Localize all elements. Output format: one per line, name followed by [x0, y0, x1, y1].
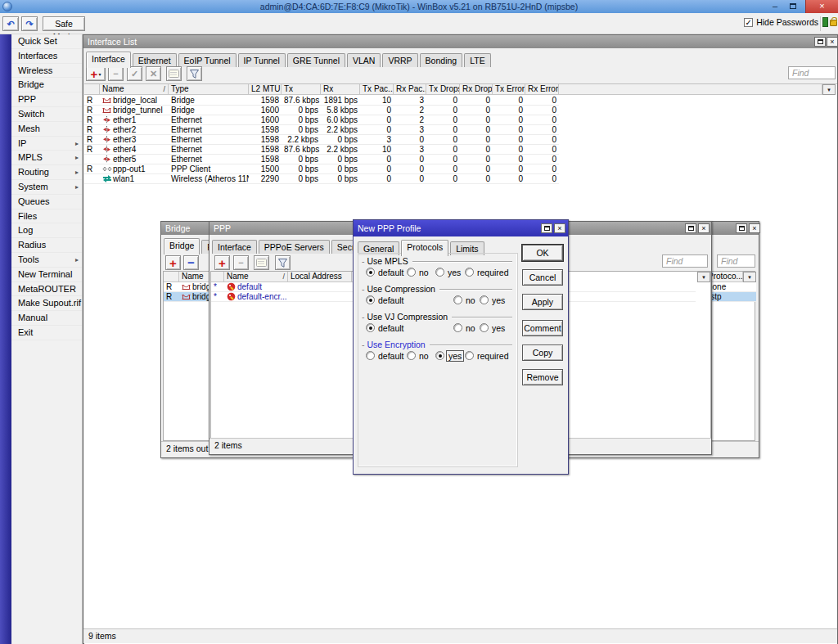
table-row[interactable]: Rbridge_localBridge159887.6 kbps1891 bps…	[84, 96, 559, 106]
column-header-type[interactable]: Type	[169, 84, 249, 95]
local-address-column-header[interactable]: Local Address	[288, 272, 352, 282]
column-select-button[interactable]: ▼	[822, 84, 836, 95]
radio-option-use-vj-compression-yes[interactable]: yes	[480, 322, 505, 333]
redo-button[interactable]: ↷	[21, 16, 38, 31]
maximize-window-button[interactable]	[685, 223, 696, 233]
radio-option-use-encryption-default[interactable]: default	[366, 350, 404, 361]
radio-option-use-mpls-required[interactable]: required	[465, 267, 509, 277]
add-bridge-button[interactable]: +	[165, 255, 181, 270]
radio-option-use-vj-compression-no[interactable]: no	[453, 322, 475, 333]
sidebar-item-make-supout-rif[interactable]: Make Supout.rif	[11, 296, 82, 311]
ok-button[interactable]: OK	[522, 245, 563, 261]
radio-default-icon[interactable]	[366, 323, 375, 332]
flag-column-header[interactable]	[164, 272, 179, 282]
radio-default-icon[interactable]	[366, 268, 375, 277]
sidebar-item-ip[interactable]: IP▸	[11, 137, 82, 151]
find-input[interactable]: Find	[788, 66, 836, 79]
cancel-button[interactable]: Cancel	[522, 269, 563, 286]
tab-ppp-interface[interactable]: Interface	[212, 240, 257, 254]
table-row[interactable]: Rbridge_tunnelBridge16000 bps5.8 kbps020…	[84, 106, 559, 115]
find-input[interactable]: Find	[717, 254, 755, 268]
radio-option-use-mpls-no[interactable]: no	[407, 267, 429, 277]
column-header-rx-errors[interactable]: Rx Errors	[525, 84, 559, 95]
radio-no-icon[interactable]	[407, 351, 416, 360]
sidebar-item-tools[interactable]: Tools▸	[11, 253, 82, 268]
radio-option-use-compression-default[interactable]: default	[366, 295, 404, 305]
sidebar-item-manual[interactable]: Manual	[11, 311, 82, 326]
remove-button[interactable]: Remove	[522, 369, 563, 385]
comment-button[interactable]	[254, 255, 269, 270]
add-profile-button[interactable]: +	[214, 255, 230, 270]
column-select-button[interactable]: ▼	[697, 272, 710, 282]
radio-required-icon[interactable]	[465, 351, 474, 360]
sidebar-item-queues[interactable]: Queues	[11, 195, 82, 209]
maximize-dialog-button[interactable]	[541, 223, 552, 233]
close-window-button[interactable]: ×	[698, 223, 710, 233]
sidebar-item-exit[interactable]: Exit	[11, 326, 82, 340]
disable-button[interactable]: ✕	[146, 66, 161, 81]
sidebar-item-system[interactable]: System▸	[11, 180, 82, 195]
close-app-button[interactable]: ×	[805, 0, 838, 13]
radio-yes-icon[interactable]	[480, 323, 489, 332]
tab-il-vrrp[interactable]: VRRP	[382, 53, 417, 67]
radio-option-use-encryption-yes[interactable]: yes	[435, 350, 462, 361]
sidebar-item-wireless[interactable]: Wireless	[11, 64, 82, 79]
column-header-rx-pac[interactable]: Rx Pac...	[394, 84, 426, 95]
enable-button[interactable]: ✓	[127, 66, 142, 81]
remove-bridge-button[interactable]: −	[183, 255, 199, 270]
radio-default-icon[interactable]	[366, 295, 375, 304]
tab-il-bonding[interactable]: Bonding	[420, 53, 463, 67]
sidebar-item-mpls[interactable]: MPLS▸	[11, 151, 82, 165]
undo-button[interactable]: ↶	[2, 16, 19, 31]
table-row[interactable]: Rether2Ethernet15980 bps2.2 kbps030000	[84, 125, 559, 135]
comment-button[interactable]	[166, 66, 182, 81]
sidebar-item-mesh[interactable]: Mesh	[11, 122, 82, 137]
radio-no-icon[interactable]	[453, 323, 462, 332]
table-row[interactable]: Rether4Ethernet159887.6 kbps2.2 kbps1030…	[84, 145, 559, 155]
filter-button[interactable]	[187, 66, 202, 81]
remove-button[interactable]: −	[108, 66, 124, 81]
close-dialog-button[interactable]: ×	[554, 223, 565, 233]
sidebar-item-files[interactable]: Files	[11, 209, 82, 224]
radio-option-use-encryption-no[interactable]: no	[407, 350, 429, 361]
radio-option-use-compression-yes[interactable]: yes	[480, 295, 505, 305]
sidebar-item-new-terminal[interactable]: New Terminal	[11, 268, 82, 282]
radio-yes-icon[interactable]	[435, 351, 444, 360]
radio-option-use-compression-no[interactable]: no	[453, 295, 475, 305]
radio-option-use-vj-compression-default[interactable]: default	[366, 322, 404, 333]
radio-default-icon[interactable]	[366, 351, 375, 360]
tab-dialog-protocols[interactable]: Protocols	[401, 240, 448, 256]
table-row[interactable]: Rether3Ethernet15982.2 kbps0 bps300000	[84, 135, 559, 145]
tab-il-interface[interactable]: Interface	[86, 52, 131, 68]
sidebar-item-ppp[interactable]: PPP	[11, 92, 82, 107]
column-header-tx-errors[interactable]: Tx Errors	[493, 84, 525, 95]
table-row[interactable]: Rether1Ethernet16000 bps6.0 kbps020000	[84, 115, 559, 125]
name-column-header[interactable]: Name/	[224, 272, 288, 282]
safe-mode-button[interactable]: Safe Mode	[43, 16, 85, 31]
column-header-name[interactable]: Name/	[100, 84, 169, 95]
radio-required-icon[interactable]	[465, 268, 474, 277]
sidebar-item-metarouter[interactable]: MetaROUTER	[11, 282, 82, 297]
table-row[interactable]: Rppp-out1PPP Client15000 bps0 bps000000	[84, 164, 559, 174]
column-header-rx-drops[interactable]: Rx Drops	[460, 84, 493, 95]
radio-option-use-encryption-required[interactable]: required	[465, 350, 509, 361]
tab-il-vlan[interactable]: VLAN	[347, 53, 381, 67]
copy-button[interactable]: Copy	[522, 345, 563, 361]
tab-il-ip-tunnel[interactable]: IP Tunnel	[238, 53, 286, 67]
tab-il-eoip-tunnel[interactable]: EoIP Tunnel	[178, 53, 237, 67]
sidebar-item-routing[interactable]: Routing▸	[11, 165, 82, 180]
maximize-window-button[interactable]	[736, 223, 747, 233]
sidebar-item-radius[interactable]: Radius	[11, 238, 82, 253]
column-header-tx-pac[interactable]: Tx Pac...	[360, 84, 394, 95]
tab-il-ethernet[interactable]: Ethernet	[133, 53, 177, 67]
column-header-rx[interactable]: Rx	[321, 84, 360, 95]
radio-option-use-mpls-yes[interactable]: yes	[435, 267, 461, 277]
radio-no-icon[interactable]	[407, 268, 416, 277]
sidebar-item-log[interactable]: Log	[11, 223, 82, 238]
find-input[interactable]: Find	[662, 254, 708, 268]
tab-il-lte[interactable]: LTE	[464, 53, 490, 67]
close-window-button[interactable]: ×	[749, 223, 760, 233]
tab-ppp-pppoe-servers[interactable]: PPPoE Servers	[259, 240, 330, 254]
column-header-flag[interactable]	[84, 84, 100, 95]
table-row[interactable]: ether5Ethernet15980 bps0 bps000000	[84, 155, 559, 164]
